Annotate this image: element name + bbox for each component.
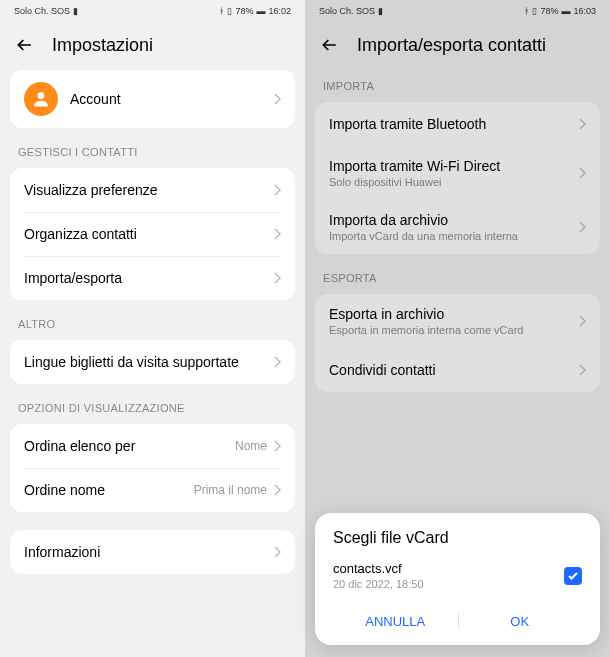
sim-icon: ▮ [378, 6, 383, 16]
account-row[interactable]: Account [10, 70, 295, 128]
status-bar: Solo Ch. SOS ▮ ᚼ ▯ 78% ▬ 16:02 [0, 2, 305, 20]
chevron-right-icon [273, 272, 281, 284]
cancel-button[interactable]: ANNULLA [333, 604, 458, 635]
import-archive-row[interactable]: Importa da archivio Importa vCard da una… [315, 200, 600, 254]
vcard-dialog: Scegli file vCard contacts.vcf 20 dic 20… [315, 513, 600, 645]
order-value: Prima il nome [194, 483, 267, 497]
ok-button[interactable]: OK [458, 604, 583, 635]
order-row[interactable]: Ordine nome Prima il nome [10, 468, 295, 512]
import-card: Importa tramite Bluetooth Importa tramit… [315, 102, 600, 254]
header: Importa/esporta contatti [305, 20, 610, 66]
battery-icon: ▬ [256, 6, 265, 16]
chevron-right-icon [578, 315, 586, 327]
header: Impostazioni [0, 20, 305, 66]
dialog-actions: ANNULLA OK [333, 604, 582, 635]
organize-label: Organizza contatti [24, 226, 273, 242]
clock-text: 16:03 [573, 6, 596, 16]
manage-card: Visualizza preferenze Organizza contatti… [10, 168, 295, 300]
import-bluetooth-row[interactable]: Importa tramite Bluetooth [315, 102, 600, 146]
share-contacts-row[interactable]: Condividi contatti [315, 348, 600, 392]
sort-label: Ordina elenco per [24, 438, 235, 454]
importexport-row[interactable]: Importa/esporta [10, 256, 295, 300]
page-title: Impostazioni [52, 35, 153, 56]
settings-screen: Solo Ch. SOS ▮ ᚼ ▯ 78% ▬ 16:02 Impostazi… [0, 0, 305, 657]
chevron-right-icon [578, 221, 586, 233]
langs-label: Lingue biglietti da visita supportate [24, 354, 273, 370]
info-card: Informazioni [10, 530, 295, 574]
page-title: Importa/esporta contatti [357, 35, 546, 56]
organize-row[interactable]: Organizza contatti [10, 212, 295, 256]
section-other-title: ALTRO [0, 304, 305, 336]
import-bluetooth-label: Importa tramite Bluetooth [329, 116, 578, 132]
prefs-label: Visualizza preferenze [24, 182, 273, 198]
display-card: Ordina elenco per Nome Ordine nome Prima… [10, 424, 295, 512]
langs-row[interactable]: Lingue biglietti da visita supportate [10, 340, 295, 384]
info-row[interactable]: Informazioni [10, 530, 295, 574]
dialog-title: Scegli file vCard [333, 529, 582, 547]
chevron-right-icon [578, 167, 586, 179]
battery-text: 78% [540, 6, 558, 16]
chevron-right-icon [273, 93, 281, 105]
sort-row[interactable]: Ordina elenco per Nome [10, 424, 295, 468]
export-archive-sub: Esporta in memoria interna come vCard [329, 324, 578, 336]
chevron-right-icon [273, 546, 281, 558]
carrier-text: Solo Ch. SOS [14, 6, 70, 16]
chevron-right-icon [578, 118, 586, 130]
account-label: Account [70, 91, 273, 107]
svg-point-0 [38, 92, 45, 99]
battery-text: 78% [235, 6, 253, 16]
battery-icon: ▬ [561, 6, 570, 16]
sim-icon: ▮ [73, 6, 78, 16]
chevron-right-icon [273, 228, 281, 240]
file-row[interactable]: contacts.vcf 20 dic 2022, 18:50 [333, 561, 582, 590]
sort-value: Nome [235, 439, 267, 453]
import-archive-sub: Importa vCard da una memoria interna [329, 230, 578, 242]
clock-text: 16:02 [268, 6, 291, 16]
chevron-right-icon [273, 184, 281, 196]
import-wifi-sub: Solo dispositivi Huawei [329, 176, 578, 188]
prefs-row[interactable]: Visualizza preferenze [10, 168, 295, 212]
order-label: Ordine nome [24, 482, 194, 498]
import-wifi-label: Importa tramite Wi-Fi Direct [329, 158, 578, 174]
chevron-right-icon [273, 440, 281, 452]
bluetooth-icon: ᚼ [219, 6, 224, 16]
back-icon[interactable] [14, 34, 36, 56]
bluetooth-icon: ᚼ [524, 6, 529, 16]
other-card: Lingue biglietti da visita supportate [10, 340, 295, 384]
vibrate-icon: ▯ [532, 6, 537, 16]
chevron-right-icon [578, 364, 586, 376]
carrier-text: Solo Ch. SOS [319, 6, 375, 16]
chevron-right-icon [273, 356, 281, 368]
import-archive-label: Importa da archivio [329, 212, 578, 228]
section-import-title: IMPORTA [305, 66, 610, 98]
export-archive-label: Esporta in archivio [329, 306, 578, 322]
share-contacts-label: Condividi contatti [329, 362, 578, 378]
account-card: Account [10, 70, 295, 128]
import-wifi-row[interactable]: Importa tramite Wi-Fi Direct Solo dispos… [315, 146, 600, 200]
importexport-label: Importa/esporta [24, 270, 273, 286]
export-archive-row[interactable]: Esporta in archivio Esporta in memoria i… [315, 294, 600, 348]
export-card: Esporta in archivio Esporta in memoria i… [315, 294, 600, 392]
file-date: 20 dic 2022, 18:50 [333, 578, 424, 590]
back-icon[interactable] [319, 34, 341, 56]
vibrate-icon: ▯ [227, 6, 232, 16]
section-display-title: OPZIONI DI VISUALIZZAZIONE [0, 388, 305, 420]
section-manage-title: GESTISCI I CONTATTI [0, 132, 305, 164]
status-bar: Solo Ch. SOS ▮ ᚼ ▯ 78% ▬ 16:03 [305, 2, 610, 20]
chevron-right-icon [273, 484, 281, 496]
file-checkbox[interactable] [564, 567, 582, 585]
section-export-title: ESPORTA [305, 258, 610, 290]
import-export-screen: Solo Ch. SOS ▮ ᚼ ▯ 78% ▬ 16:03 Importa/e… [305, 0, 610, 657]
avatar-icon [24, 82, 58, 116]
file-name: contacts.vcf [333, 561, 424, 576]
info-label: Informazioni [24, 544, 273, 560]
